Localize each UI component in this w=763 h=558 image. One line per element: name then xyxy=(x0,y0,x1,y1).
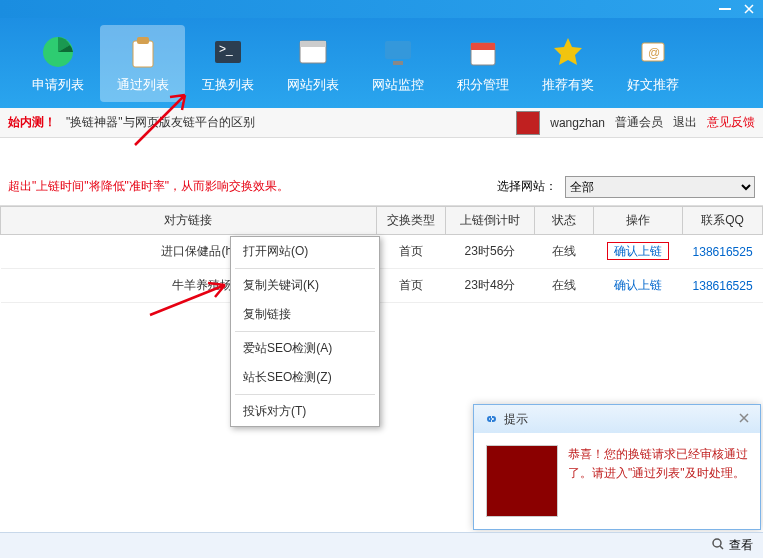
svg-text:>_: >_ xyxy=(219,42,233,56)
col-status: 状态 xyxy=(534,207,593,235)
table-row[interactable]: 牛羊养殖场(www.n 首页 23时48分 在线 确认上链 138616525 xyxy=(1,269,763,303)
popup-title: 提示 xyxy=(504,411,738,428)
svg-rect-2 xyxy=(133,41,153,67)
notice-text[interactable]: "换链神器"与网页版友链平台的区别 xyxy=(66,114,255,131)
popup-image xyxy=(486,445,558,517)
pie-icon xyxy=(39,33,77,71)
confirm-button[interactable]: 确认上链 xyxy=(607,242,669,260)
clipboard-icon xyxy=(124,33,162,71)
main-toolbar: 申请列表 通过列表 >_ 互换列表 网站列表 网站监控 积分管理 推荐有奖 @ … xyxy=(0,18,763,108)
logout-link[interactable]: 退出 xyxy=(673,114,697,131)
nav-label: 申请列表 xyxy=(32,76,84,94)
nav-label: 互换列表 xyxy=(202,76,254,94)
nav-articles[interactable]: @ 好文推荐 xyxy=(610,25,695,102)
context-menu: 打开网站(O) 复制关键词(K) 复制链接 爱站SEO检测(A) 站长SEO检测… xyxy=(230,236,380,427)
cell-countdown: 23时56分 xyxy=(446,235,535,269)
nav-label: 通过列表 xyxy=(117,76,169,94)
svg-rect-8 xyxy=(385,41,411,59)
filter-bar: 超出"上链时间"将降低"准时率"，从而影响交换效果。 选择网站： 全部 xyxy=(0,168,763,206)
menu-aizhan-seo[interactable]: 爱站SEO检测(A) xyxy=(231,334,379,363)
nav-label: 网站监控 xyxy=(372,76,424,94)
cell-status: 在线 xyxy=(534,235,593,269)
select-label: 选择网站： xyxy=(497,178,557,195)
separator xyxy=(235,394,375,395)
svg-rect-11 xyxy=(471,43,495,50)
menu-zhanzhang-seo[interactable]: 站长SEO检测(Z) xyxy=(231,363,379,392)
nav-approved-list[interactable]: 通过列表 xyxy=(100,25,185,102)
nav-site-list[interactable]: 网站列表 xyxy=(270,25,355,102)
minimize-button[interactable] xyxy=(713,2,737,16)
popup-close-button[interactable] xyxy=(738,412,752,426)
cell-status: 在线 xyxy=(534,269,593,303)
separator xyxy=(235,331,375,332)
nav-apply-list[interactable]: 申请列表 xyxy=(15,25,100,102)
col-type: 交换类型 xyxy=(376,207,445,235)
confirm-button[interactable]: 确认上链 xyxy=(614,278,662,292)
nav-label: 推荐有奖 xyxy=(542,76,594,94)
close-button[interactable] xyxy=(737,2,761,16)
svg-rect-0 xyxy=(719,8,731,10)
cell-type: 首页 xyxy=(376,269,445,303)
col-link: 对方链接 xyxy=(1,207,377,235)
nav-label: 网站列表 xyxy=(287,76,339,94)
at-icon: @ xyxy=(634,33,672,71)
nav-exchange-list[interactable]: >_ 互换列表 xyxy=(185,25,270,102)
data-table: 对方链接 交换类型 上链倒计时 状态 操作 联系QQ 进口保健品(http://… xyxy=(0,206,763,303)
qq-link[interactable]: 138616525 xyxy=(693,279,753,293)
nav-recommend[interactable]: 推荐有奖 xyxy=(525,25,610,102)
table-row[interactable]: 进口保健品(http://www 首页 23时56分 在线 确认上链 13861… xyxy=(1,235,763,269)
calendar-icon xyxy=(464,33,502,71)
monitor-icon xyxy=(379,33,417,71)
col-qq: 联系QQ xyxy=(683,207,763,235)
svg-rect-7 xyxy=(300,41,326,47)
nav-points[interactable]: 积分管理 xyxy=(440,25,525,102)
separator xyxy=(235,268,375,269)
menu-copy-link[interactable]: 复制链接 xyxy=(231,300,379,329)
warning-text: 超出"上链时间"将降低"准时率"，从而影响交换效果。 xyxy=(8,178,289,195)
qq-link[interactable]: 138616525 xyxy=(693,245,753,259)
user-level[interactable]: 普通会员 xyxy=(615,114,663,131)
svg-rect-9 xyxy=(393,61,403,65)
site-select[interactable]: 全部 xyxy=(565,176,755,198)
nav-label: 好文推荐 xyxy=(627,76,679,94)
search-link[interactable]: 查看 xyxy=(729,537,753,554)
avatar[interactable] xyxy=(516,111,540,135)
popup-message: 恭喜！您的换链请求已经审核通过了。请进入"通过列表"及时处理。 xyxy=(568,445,748,517)
svg-text:@: @ xyxy=(648,46,660,60)
window-icon xyxy=(294,33,332,71)
menu-report[interactable]: 投诉对方(T) xyxy=(231,397,379,426)
notice-badge: 始内测！ xyxy=(8,114,56,131)
status-bar: 查看 xyxy=(0,532,763,558)
cell-countdown: 23时48分 xyxy=(446,269,535,303)
svg-rect-3 xyxy=(137,37,149,44)
notification-popup: 提示 恭喜！您的换链请求已经审核通过了。请进入"通过列表"及时处理。 xyxy=(473,404,761,530)
user-bar: 始内测！ "换链神器"与网页版友链平台的区别 wangzhan 普通会员 退出 … xyxy=(0,108,763,138)
search-icon xyxy=(711,537,725,554)
feedback-link[interactable]: 意见反馈 xyxy=(707,114,755,131)
col-action: 操作 xyxy=(594,207,683,235)
menu-copy-keyword[interactable]: 复制关键词(K) xyxy=(231,271,379,300)
svg-point-14 xyxy=(713,539,721,547)
username[interactable]: wangzhan xyxy=(550,116,605,130)
menu-open-site[interactable]: 打开网站(O) xyxy=(231,237,379,266)
link-icon xyxy=(482,411,498,427)
nav-site-monitor[interactable]: 网站监控 xyxy=(355,25,440,102)
terminal-icon: >_ xyxy=(209,33,247,71)
cell-type: 首页 xyxy=(376,235,445,269)
nav-label: 积分管理 xyxy=(457,76,509,94)
star-icon xyxy=(549,33,587,71)
col-countdown: 上链倒计时 xyxy=(446,207,535,235)
